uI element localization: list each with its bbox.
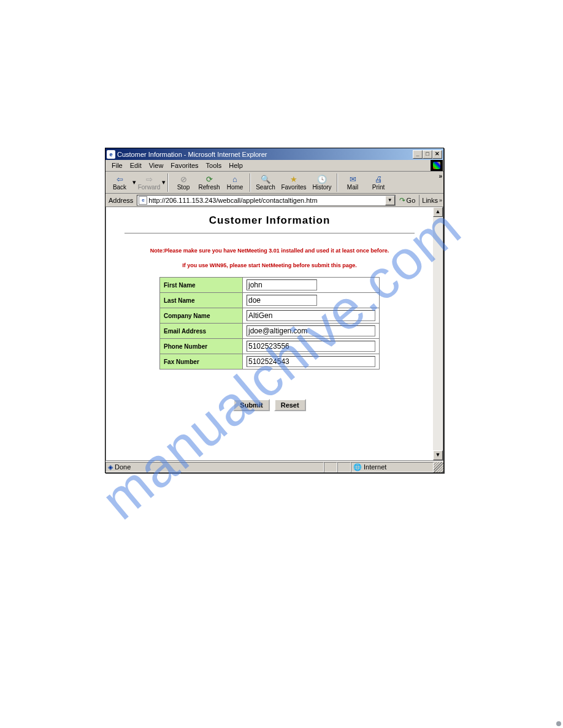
row-last-name: Last Name (160, 293, 380, 308)
fax-label: Fax Number (160, 354, 243, 370)
menu-tools[interactable]: Tools (202, 161, 226, 170)
row-fax: Fax Number (160, 354, 380, 370)
toolbar-separator (337, 173, 338, 192)
ie-icon: e (107, 150, 115, 159)
company-input[interactable] (247, 310, 375, 321)
phone-input[interactable] (247, 341, 375, 352)
maximize-button[interactable]: □ (423, 150, 432, 159)
row-email: Email Address (160, 324, 380, 339)
stop-label: Stop (177, 184, 190, 191)
refresh-label: Refresh (198, 184, 220, 191)
email-input[interactable] (247, 325, 375, 336)
menu-favorites[interactable]: Favorites (167, 161, 202, 170)
page-heading: Customer Information (118, 214, 421, 227)
note-line-2: If you use WIN95, please start NetMeetin… (118, 262, 421, 268)
back-arrow-icon: ⇦ (114, 174, 125, 184)
last-name-input[interactable] (247, 295, 317, 306)
first-name-label: First Name (160, 278, 243, 293)
address-input[interactable] (148, 197, 385, 204)
stop-button[interactable]: ⊘ Stop (170, 172, 196, 193)
print-label: Print (372, 184, 385, 191)
forward-button[interactable]: ⇨ Forward (136, 172, 162, 193)
history-icon: 🕓 (316, 174, 327, 184)
scroll-up-button[interactable]: ▲ (433, 207, 443, 217)
links-toolbar[interactable]: Links » (419, 195, 442, 206)
search-button[interactable]: 🔍 Search (253, 172, 278, 193)
scroll-track[interactable] (433, 217, 443, 450)
status-text: Done (115, 463, 131, 471)
toolbar: ⇦ Back ▾ ⇨ Forward ▾ ⊘ Stop ⟳ Refresh ⌂ … (105, 172, 443, 194)
throbber-icon (431, 160, 443, 171)
search-label: Search (256, 184, 275, 191)
home-button[interactable]: ⌂ Home (222, 172, 248, 193)
mail-label: Mail (347, 184, 358, 191)
home-icon: ⌂ (229, 174, 240, 184)
fax-input[interactable] (247, 356, 375, 367)
forward-label: Forward (138, 184, 161, 191)
home-label: Home (227, 184, 243, 191)
menu-view[interactable]: View (145, 161, 167, 170)
addressbar: Address e ▼ ↷ Go Links » (105, 194, 443, 207)
row-phone: Phone Number (160, 339, 380, 354)
zone-text: Internet (364, 463, 386, 471)
resize-grip[interactable] (434, 462, 443, 472)
minimize-button[interactable]: _ (413, 150, 423, 159)
statusbar: ◈ Done 🌐 Internet (105, 461, 443, 472)
favorites-button[interactable]: ★ Favorites (278, 172, 309, 193)
stop-icon: ⊘ (178, 174, 189, 184)
back-button[interactable]: ⇦ Back (107, 172, 132, 193)
menu-help[interactable]: Help (225, 161, 247, 170)
address-label: Address (107, 197, 135, 204)
customer-form-table: First Name Last Name Company Name Email … (159, 277, 380, 370)
status-pane-2 (324, 462, 337, 472)
vertical-scrollbar[interactable]: ▲ ▼ (433, 207, 443, 460)
print-button[interactable]: 🖨 Print (366, 172, 391, 193)
submit-button[interactable]: Submit (233, 399, 269, 411)
form-actions: Submit Reset (118, 399, 421, 411)
toolbar-separator (250, 173, 251, 192)
close-button[interactable]: ✕ (432, 150, 442, 159)
refresh-icon: ⟳ (204, 174, 215, 184)
row-company: Company Name (160, 308, 380, 324)
forward-dropdown[interactable]: ▾ (162, 178, 166, 186)
first-name-input[interactable] (247, 279, 317, 290)
address-dropdown[interactable]: ▼ (385, 195, 395, 205)
go-icon: ↷ (399, 196, 405, 205)
content-area: ▲ ▼ Customer Information Note:Please mak… (105, 207, 443, 461)
go-button[interactable]: ↷ Go (397, 196, 418, 205)
mail-button[interactable]: ✉ Mail (340, 172, 366, 193)
internet-zone-icon: 🌐 (353, 463, 362, 471)
note-line-1: Note:Please make sure you have NetMeetin… (118, 248, 421, 254)
scroll-down-button[interactable]: ▼ (433, 450, 443, 460)
refresh-button[interactable]: ⟳ Refresh (196, 172, 222, 193)
email-label: Email Address (160, 324, 243, 339)
reset-button[interactable]: Reset (274, 399, 306, 411)
forward-arrow-icon: ⇨ (144, 174, 155, 184)
security-zone-pane: 🌐 Internet (351, 462, 434, 472)
divider (124, 233, 415, 234)
go-label: Go (407, 197, 416, 204)
address-field[interactable]: e ▼ (137, 195, 395, 206)
page-corner-dot (556, 721, 561, 726)
status-pane-3 (337, 462, 351, 472)
print-icon: 🖨 (373, 174, 384, 184)
browser-window: e Customer Information - Microsoft Inter… (105, 148, 444, 473)
status-text-pane: ◈ Done (105, 462, 324, 472)
history-label: History (312, 184, 331, 191)
menubar: File Edit View Favorites Tools Help (105, 160, 443, 172)
company-label: Company Name (160, 308, 243, 324)
mail-icon: ✉ (347, 174, 358, 184)
favorites-icon: ★ (288, 174, 299, 184)
links-label: Links (422, 197, 438, 204)
back-label: Back (113, 184, 126, 191)
done-icon: ◈ (108, 463, 113, 471)
phone-label: Phone Number (160, 339, 243, 354)
menu-file[interactable]: File (108, 161, 126, 170)
toolbar-overflow[interactable]: » (439, 173, 442, 180)
window-title: Customer Information - Microsoft Interne… (117, 151, 413, 158)
menu-edit[interactable]: Edit (126, 161, 145, 170)
row-first-name: First Name (160, 278, 380, 293)
page-icon: e (139, 196, 147, 205)
history-button[interactable]: 🕓 History (309, 172, 335, 193)
toolbar-separator (167, 173, 169, 192)
